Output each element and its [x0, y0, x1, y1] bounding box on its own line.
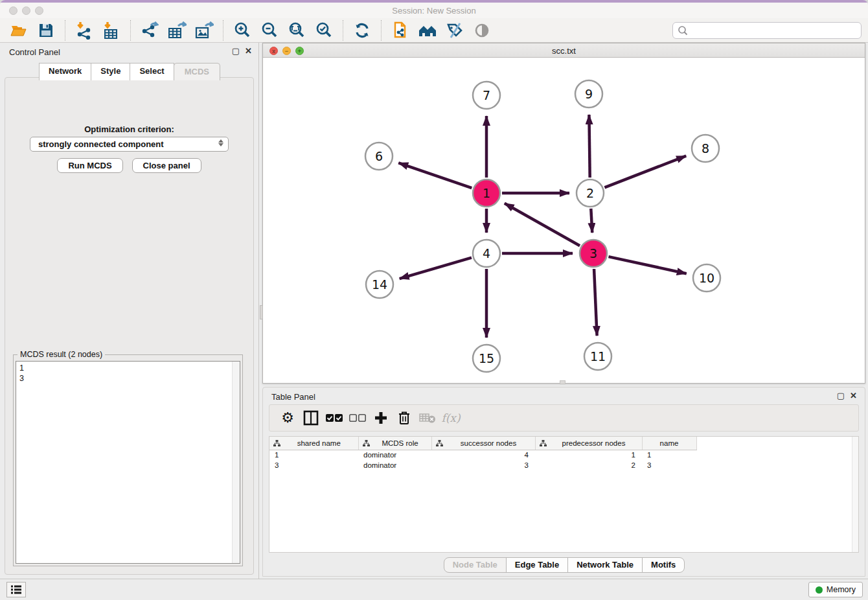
table-row[interactable]: 3dominator323: [269, 460, 696, 470]
graph-node-label-3: 3: [589, 246, 597, 260]
network-window: x − + scc.txt 7968124314101511: [262, 43, 865, 384]
graph-edge-3-1[interactable]: [505, 203, 580, 246]
select-all-columns-icon[interactable]: [323, 408, 346, 428]
column-header-successor-nodes[interactable]: successor nodes: [431, 437, 535, 450]
graph-node-label-10: 10: [699, 271, 714, 285]
graph-edge-3-10[interactable]: [608, 257, 686, 273]
delete-table-icon: [416, 408, 439, 428]
hierarchy-icon: [436, 440, 443, 447]
table-header-row: shared name MCDS role successor nodes pr…: [269, 437, 696, 450]
table-scrollbar[interactable]: [852, 437, 858, 552]
task-history-button[interactable]: [6, 582, 26, 597]
table-panel: Table Panel ▢ ✕ ⚙: [262, 387, 865, 577]
network-window-titlebar[interactable]: x − + scc.txt: [263, 43, 865, 58]
show-column-panel-icon[interactable]: [299, 408, 323, 428]
table-row[interactable]: 1dominator411: [269, 450, 696, 460]
select-stepper-icon: [218, 139, 223, 146]
column-header-name[interactable]: name: [642, 437, 696, 450]
mcds-panel: Optimization criterion: strongly connect…: [5, 77, 254, 575]
delete-column-icon[interactable]: [393, 408, 416, 428]
export-image-icon[interactable]: [193, 20, 215, 41]
splitter-grip-horizontal[interactable]: [560, 380, 565, 384]
search-input[interactable]: [689, 24, 861, 37]
import-network-icon[interactable]: [73, 20, 95, 41]
network-window-title: scc.txt: [263, 46, 865, 56]
tab-node-table[interactable]: Node Table: [444, 557, 507, 573]
search-box[interactable]: [672, 22, 862, 39]
graph-node-label-4: 4: [483, 246, 490, 260]
hierarchy-icon: [273, 440, 280, 447]
new-network-from-selection-icon[interactable]: [389, 20, 411, 41]
graph-edge-2-8[interactable]: [604, 156, 686, 188]
memory-status-icon: [816, 586, 823, 594]
toolbar-separator: [130, 20, 131, 41]
mcds-result-group: MCDS result (2 nodes) 1 3: [13, 354, 243, 566]
table-panel-title: Table Panel: [271, 392, 315, 402]
close-panel-button[interactable]: Close panel: [132, 158, 201, 173]
graph-node-label-9: 9: [585, 87, 593, 101]
import-table-icon[interactable]: [100, 20, 122, 41]
control-panel-title: Control Panel: [9, 47, 60, 57]
table-settings-gear-icon[interactable]: ⚙: [276, 408, 299, 428]
column-header-mcds-role[interactable]: MCDS role: [358, 437, 431, 450]
show-hide-graphics-icon[interactable]: [471, 20, 493, 41]
export-table-icon[interactable]: [166, 20, 188, 41]
control-panel-tabs: Network Style Select MCDS: [0, 63, 258, 80]
save-session-icon[interactable]: [35, 20, 57, 41]
run-mcds-button[interactable]: Run MCDS: [57, 158, 122, 173]
graph-edge-4-14[interactable]: [400, 258, 472, 279]
table-tabs: Node Table Edge Table Network Table Moti…: [263, 557, 865, 573]
close-panel-icon[interactable]: ✕: [245, 47, 252, 56]
graph-edge-2-3[interactable]: [591, 209, 592, 233]
zoom-out-icon[interactable]: [258, 20, 280, 41]
window-title: Session: New Session: [0, 6, 868, 16]
tab-select[interactable]: Select: [130, 63, 174, 80]
show-hide-labels-icon[interactable]: [444, 20, 466, 41]
zoom-selected-icon[interactable]: [313, 20, 335, 41]
tab-style[interactable]: Style: [91, 63, 130, 80]
close-table-panel-icon[interactable]: ✕: [850, 391, 857, 400]
graph-node-label-2: 2: [586, 186, 594, 200]
status-bar: Memory: [0, 579, 868, 600]
result-scrollbar[interactable]: [232, 362, 240, 563]
graph-node-label-7: 7: [483, 88, 490, 102]
graph-edge-3-11[interactable]: [594, 269, 597, 336]
graph-node-label-8: 8: [702, 141, 709, 156]
zoom-in-icon[interactable]: [231, 20, 253, 41]
zoom-fit-icon[interactable]: [286, 20, 308, 41]
tab-mcds[interactable]: MCDS: [174, 63, 220, 80]
column-header-predecessor-nodes[interactable]: predecessor nodes: [535, 437, 642, 450]
criterion-selected-value: strongly connected component: [38, 139, 164, 149]
open-session-icon[interactable]: [8, 20, 30, 41]
float-panel-icon[interactable]: ▢: [232, 47, 240, 56]
unselect-all-columns-icon[interactable]: [346, 408, 369, 428]
tab-motifs[interactable]: Motifs: [642, 557, 685, 573]
graph-node-label-1: 1: [483, 186, 490, 200]
apply-layout-icon[interactable]: [351, 20, 373, 41]
memory-button[interactable]: Memory: [808, 582, 863, 597]
criterion-select[interactable]: strongly connected component: [30, 137, 229, 152]
graph-node-label-14: 14: [372, 277, 387, 292]
tab-edge-table[interactable]: Edge Table: [506, 557, 568, 573]
optimization-criterion-label: Optimization criterion:: [5, 124, 253, 134]
control-panel: Control Panel ▢ ✕ Network Style Select M…: [0, 43, 259, 579]
node-table[interactable]: shared name MCDS role successor nodes pr…: [269, 436, 859, 553]
tab-network-table[interactable]: Network Table: [567, 557, 643, 573]
first-neighbors-icon[interactable]: [417, 20, 439, 41]
toolbar-separator: [343, 20, 343, 41]
network-canvas[interactable]: 7968124314101511: [263, 58, 865, 383]
graph-edge-1-6[interactable]: [398, 163, 472, 188]
graph-node-label-11: 11: [590, 349, 606, 363]
graph-edge-2-9[interactable]: [589, 115, 589, 178]
add-column-icon[interactable]: [369, 408, 393, 428]
export-network-icon[interactable]: [139, 20, 161, 41]
mcds-result-list[interactable]: 1 3: [16, 361, 240, 564]
float-table-panel-icon[interactable]: ▢: [837, 391, 845, 400]
splitter-grip-vertical[interactable]: [260, 305, 263, 319]
tab-network[interactable]: Network: [39, 63, 91, 80]
list-icon: [10, 584, 22, 595]
mcds-result-item: 3: [19, 373, 236, 384]
column-header-shared-name[interactable]: shared name: [269, 437, 358, 450]
mcds-result-item: 1: [19, 363, 236, 373]
network-graph[interactable]: 7968124314101511: [263, 58, 865, 384]
